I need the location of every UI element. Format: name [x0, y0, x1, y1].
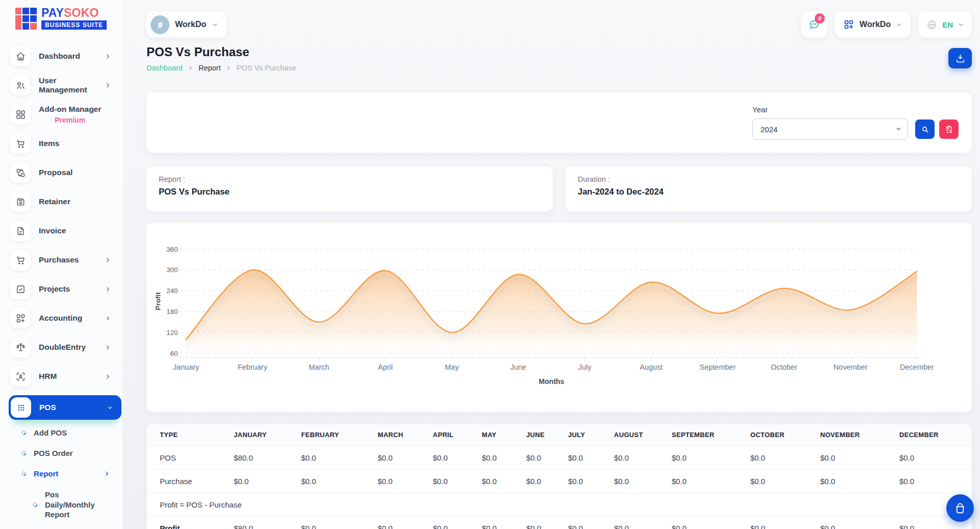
profit-formula-note: Profit = POS - Purchase [146, 493, 972, 516]
table-note-row: Profit = POS - Purchase [146, 493, 972, 516]
x-axis-title: Months [539, 377, 565, 386]
sidebar-subitem-add-pos[interactable]: Add POS [10, 428, 122, 437]
notifications-button[interactable]: 0 [801, 11, 827, 38]
sidebar-item-label: DoubleEntry [39, 343, 86, 352]
sidebar-item-dashboard[interactable]: Dashboard [10, 46, 122, 66]
language-selector[interactable]: EN [918, 11, 972, 38]
duration-summary-card: Duration : Jan-2024 to Dec-2024 [566, 166, 972, 211]
sidebar-subitem-label: Pos Daily/Monthly Report [45, 490, 110, 520]
sidebar-item-add-on-manager[interactable]: Add-on Manager Premium [10, 104, 122, 125]
topbar: WorkDo 0 WorkDo [146, 11, 972, 38]
money-cell: $0.0 [672, 516, 750, 529]
brand-name: PAYSOKO [41, 7, 107, 19]
reset-filter-button[interactable] [939, 119, 959, 139]
download-button[interactable] [948, 48, 972, 68]
money-cell: $0.0 [820, 469, 899, 493]
money-cell: $0.0 [482, 516, 526, 529]
cart-icon [15, 255, 26, 266]
duration-label: Duration : [578, 175, 960, 183]
brand-logo[interactable]: PAYSOKO BUSINESS SUITE [0, 7, 122, 30]
money-cell: $0.0 [750, 516, 820, 529]
area-fill [186, 270, 917, 357]
report-summary-card: Report : POS Vs Purchase [146, 166, 553, 211]
sidebar-item-doubleentry[interactable]: DoubleEntry [10, 337, 122, 357]
chevron-down-icon [958, 21, 964, 28]
money-cell: $0.0 [433, 516, 482, 529]
premium-badge: Premium [39, 116, 101, 124]
workspace-avatar [151, 15, 169, 34]
circle-bullet-icon [20, 429, 27, 436]
main-content: WorkDo 0 WorkDo [122, 0, 980, 529]
column-header: OCTOBER [750, 424, 820, 446]
table-row-pos: POS$80.0$0.0$0.0$0.0$0.0$0.0$0.0$0.0$0.0… [146, 446, 972, 469]
sidebar-item-label: Add-on Manager [39, 105, 101, 114]
sidebar-item-accounting[interactable]: Accounting [10, 308, 122, 328]
money-cell: $0.0 [526, 446, 568, 469]
circle-bullet-icon [20, 470, 27, 477]
money-cell: $0.0 [568, 446, 614, 469]
sidebar-item-hrm[interactable]: HRM [10, 366, 122, 387]
column-header: JUNE [526, 424, 568, 446]
sidebar-subitem-label: POS Order [34, 449, 73, 458]
svg-text:360: 360 [166, 246, 178, 253]
chevron-right-icon [105, 315, 111, 322]
area-chart-svg: 60120180240300360 JanuaryFebruaryMarchAp… [152, 230, 967, 410]
pos-cart-floating-button[interactable] [946, 494, 974, 522]
sidebar-subitem-label: Add POS [34, 428, 67, 437]
money-cell: $0.0 [301, 516, 378, 529]
sidebar-item-label: Purchases [39, 255, 79, 264]
sidebar-item-invoice[interactable]: Invoice [10, 221, 122, 241]
app-switcher-label: WorkDo [860, 20, 891, 29]
money-cell: $0.0 [820, 446, 899, 469]
brand-tagline: BUSINESS SUITE [41, 20, 107, 30]
money-cell: $0.0 [614, 469, 672, 493]
sidebar-item-projects[interactable]: Projects [10, 279, 122, 299]
workspace-selector[interactable]: WorkDo [146, 11, 227, 38]
money-cell: $0.0 [433, 469, 482, 493]
search-button[interactable] [915, 119, 935, 139]
svg-text:60: 60 [170, 350, 178, 357]
column-header: FEBRUARY [301, 424, 378, 446]
sidebar-subitem-pos-order[interactable]: POS Order [10, 449, 122, 458]
sidebar-subitem-report[interactable]: Report [10, 469, 122, 478]
row-type: POS [146, 446, 234, 469]
row-type: Profit [146, 516, 234, 529]
sidebar-item-user-management[interactable]: User Management [10, 75, 122, 95]
year-select[interactable]: 2024 [752, 118, 908, 140]
cart-icon [15, 138, 26, 149]
circle-bullet-icon [32, 501, 38, 508]
clipboard-slash-icon [945, 125, 953, 134]
sidebar-subitem-pos-daily-monthly-report[interactable]: Pos Daily/Monthly Report [10, 490, 122, 520]
svg-text:April: April [378, 363, 393, 371]
building-icon [155, 19, 166, 30]
money-cell: $0.0 [568, 469, 614, 493]
sidebar-item-purchases[interactable]: Purchases [10, 250, 122, 270]
breadcrumb-dashboard[interactable]: Dashboard [146, 64, 183, 72]
pos-vs-purchase-table-card: TYPEJANUARYFEBRUARYMARCHAPRILMAYJUNEJULY… [146, 424, 972, 529]
table-row-profit: Profit$80.0$0.0$0.0$0.0$0.0$0.0$0.0$0.0$… [146, 516, 972, 529]
sidebar-item-items[interactable]: Items [10, 133, 122, 154]
sidebar-item-proposal[interactable]: Proposal [10, 162, 122, 183]
home-icon [15, 51, 26, 62]
swap-icon [15, 167, 26, 178]
money-cell: $0.0 [526, 516, 568, 529]
app-switcher[interactable]: WorkDo [835, 11, 911, 38]
year-filter-label: Year [752, 105, 959, 114]
sidebar-item-retainer[interactable]: Retainer [10, 191, 122, 212]
money-cell: $0.0 [614, 516, 672, 529]
grid-plus-icon [843, 19, 854, 30]
svg-text:November: November [834, 363, 868, 371]
circle-bullet-icon [20, 450, 27, 456]
breadcrumb-report[interactable]: Report [199, 64, 221, 72]
sidebar-item-pos[interactable]: POS [9, 395, 121, 420]
page-title: POS Vs Purchase [146, 45, 296, 59]
profit-area-chart: 60120180240300360 JanuaryFebruaryMarchAp… [146, 223, 972, 412]
column-header: JULY [568, 424, 614, 446]
column-header: JANUARY [234, 424, 301, 446]
sidebar-nav: Dashboard User Management Add-on Manager… [0, 46, 122, 520]
filter-card: Year 2024 [146, 92, 972, 153]
money-cell: $0.0 [672, 446, 750, 469]
money-cell: $0.0 [750, 469, 820, 493]
money-cell: $0.0 [820, 516, 899, 529]
breadcrumb: Dashboard Report POS Vs Purchase [146, 64, 296, 72]
